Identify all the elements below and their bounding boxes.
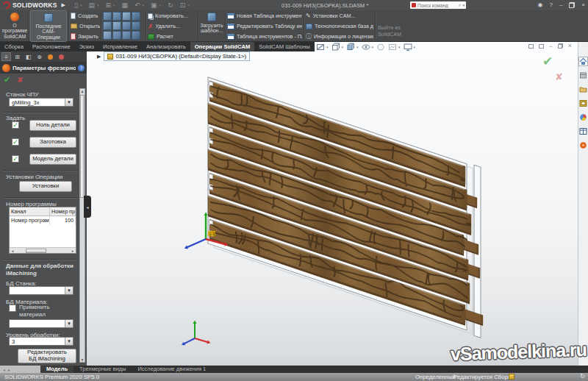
tab-assembly[interactable]: Сборка <box>0 42 28 51</box>
cam-operation-icon[interactable] <box>112 31 121 40</box>
design-library-icon[interactable] <box>578 71 588 80</box>
license-info-button[interactable]: ⓘИнформация о лицензии... <box>306 32 373 41</box>
cam-operation-icon[interactable] <box>122 21 131 30</box>
close-cam-button[interactable]: Закрыть <box>71 32 100 41</box>
calculate-button[interactable]: Расчет <box>148 32 196 41</box>
cam-operation-icon[interactable] <box>103 31 112 40</box>
graphics-area[interactable]: 1-1 ↶ ▾ ▾ ▾ ▾ ▾ ▾ – × ▶ 031-009 НИЗ(СБОР… <box>87 42 578 366</box>
tool-table-params-button[interactable]: Таблица инструментов - Параметры▾ <box>227 32 302 41</box>
panel-ok-icon[interactable]: ✔ <box>4 75 10 85</box>
dropdown-arrow-icon[interactable]: ▼ <box>65 320 73 327</box>
section-view-icon[interactable] <box>316 43 325 51</box>
apply-material-checkbox[interactable]: ✓ <box>9 305 16 312</box>
cam-operation-icon[interactable] <box>112 12 121 21</box>
view-orientation-icon[interactable] <box>331 43 340 51</box>
load-template-button[interactable]: Загрузить шаблон... <box>200 10 223 42</box>
view-settings-icon[interactable] <box>404 43 412 51</box>
cam-operation-icon[interactable] <box>103 21 112 30</box>
cam-operation-icon[interactable] <box>132 31 140 40</box>
scene-svg[interactable]: 1-1 <box>87 42 578 366</box>
doc-pane-icon[interactable] <box>528 44 534 49</box>
tab-evaluate[interactable]: Анализировать <box>142 42 190 51</box>
cam-operation-icon[interactable] <box>112 21 121 30</box>
tool-table-edit-button[interactable]: Редактировать Таблицу инструментов <box>227 21 302 31</box>
display-manager-tab-icon[interactable] <box>46 52 55 61</box>
tab-solidcam-templates[interactable]: SolidCAM Шаблоны <box>254 42 314 51</box>
hide-show-items-icon[interactable] <box>362 43 370 51</box>
home-icon[interactable] <box>578 57 588 66</box>
material-db-dropdown[interactable]: ▼ <box>9 319 74 328</box>
stock-checkbox[interactable]: ✓ <box>12 138 19 146</box>
close-button[interactable]: × <box>581 2 585 8</box>
confirm-cancel-icon[interactable]: ✘ <box>555 71 563 82</box>
delete-button[interactable]: ✗Удалить... <box>148 21 196 31</box>
save-icon[interactable]: ⊞ <box>105 1 111 9</box>
breadcrumb[interactable]: 031-009 НИЗ(СБОРКА) (Default<Display Sta… <box>104 51 250 61</box>
doc-close-button[interactable]: × <box>568 43 572 49</box>
edit-appearance-icon[interactable] <box>376 43 385 51</box>
rebuild-icon[interactable]: ↻ <box>168 1 173 9</box>
new-cam-button[interactable]: Создать▾ <box>71 11 100 21</box>
dropdown-arrow-icon[interactable]: ▼ <box>65 287 73 294</box>
tab-repair[interactable]: Исправление <box>98 42 142 51</box>
model-3d[interactable]: 1-1 <box>87 42 578 366</box>
open-document-icon[interactable]: ▤ <box>88 1 95 9</box>
machine-dropdown[interactable]: gMilling_3x▼ <box>9 98 74 107</box>
command-search[interactable]: ⌕ ▾ <box>410 1 466 9</box>
view-palette-icon[interactable] <box>578 99 588 108</box>
apply-scene-icon[interactable] <box>388 43 397 51</box>
program-number-table[interactable]: Канал Номер пр... Номер программы 100 ◂ … <box>9 207 76 254</box>
search-input[interactable] <box>417 3 457 8</box>
tab-solidcam-operations[interactable]: Операции SolidCAM <box>190 42 255 51</box>
machine-db-dropdown[interactable]: ▼ <box>9 286 74 295</box>
login-icon[interactable]: ◉ <box>537 2 542 8</box>
search-icon[interactable]: ⌕ <box>459 2 462 8</box>
display-style-icon[interactable] <box>346 43 355 51</box>
copy-button[interactable]: Копировать... <box>148 11 196 21</box>
new-document-icon[interactable]: ▯ <box>74 1 78 9</box>
scroll-thumb[interactable] <box>26 249 46 253</box>
print-icon[interactable]: ▦ <box>122 1 129 9</box>
status-rebuild-icon[interactable]: ↻ <box>580 373 585 380</box>
minimize-button[interactable]: – <box>559 2 562 8</box>
dropdown-arrow-icon[interactable]: ▼ <box>65 338 73 345</box>
solidcam-tab-icon[interactable] <box>578 140 588 150</box>
cam-operation-icon[interactable] <box>132 12 140 21</box>
options-icon[interactable]: ⊡ <box>180 1 186 9</box>
settings-button[interactable]: Установки <box>19 181 72 192</box>
table-h-scrollbar[interactable]: ◂ ▸ <box>10 247 76 253</box>
menu-flyout-icon[interactable]: ▶ <box>62 2 65 8</box>
open-cam-button[interactable]: Открыть <box>71 21 100 31</box>
confirm-ok-icon[interactable]: ✔ <box>542 54 553 69</box>
panel-scrollbar[interactable]: ▲ ▼ <box>79 88 85 363</box>
part-zero-button[interactable]: Ноль детали <box>29 120 76 131</box>
target-model-checkbox[interactable]: ✓ <box>12 155 19 163</box>
part-zero-checkbox[interactable]: ✓ <box>12 121 19 129</box>
select-icon[interactable]: ▣ <box>151 1 157 9</box>
cam-manager-tab-icon[interactable] <box>57 52 66 61</box>
scroll-up-icon[interactable]: ▲ <box>80 89 85 93</box>
tab-model[interactable]: Модель <box>40 366 74 373</box>
tool-table-new-button[interactable]: Новая Таблица инструментов▾ <box>227 11 302 21</box>
scroll-down-icon[interactable]: ▼ <box>80 357 85 362</box>
panel-collapse-handle[interactable]: ◂ <box>84 196 91 218</box>
doc-minimize-button[interactable]: – <box>549 43 552 49</box>
dropdown-arrow-icon[interactable]: ▼ <box>65 99 73 106</box>
about-solidcam-button[interactable]: О программе SolidCAM <box>2 10 27 42</box>
recent-cam-operations-button[interactable]: Последние CAM-Операции <box>30 10 67 42</box>
property-manager-tab-icon[interactable]: ⊞ <box>12 52 22 61</box>
exit-solidcam-button[interactable]: Выйти из SolidCAM <box>378 10 409 42</box>
table-row[interactable]: Номер программы 100 <box>10 216 76 225</box>
appearances-icon[interactable] <box>578 113 588 122</box>
scroll-left-icon[interactable]: ◂ <box>10 249 15 253</box>
cam-operation-icon[interactable] <box>103 12 112 21</box>
tab-sketch[interactable]: Эскиз <box>75 42 98 51</box>
search-dropdown-icon[interactable]: ▾ <box>462 3 465 7</box>
edit-imachining-db-button[interactable]: Редактировать БД iMachining <box>18 349 76 363</box>
panel-help-icon[interactable]: ? <box>78 65 85 71</box>
flyout-arrow-icon[interactable]: ▶ <box>97 54 101 60</box>
help-icon[interactable]: ? <box>549 2 552 8</box>
stock-button[interactable]: Заготовка <box>29 137 76 148</box>
tab-motion-study[interactable]: Исследование движения 1 <box>132 366 212 373</box>
panel-scroll-thumb[interactable] <box>80 95 85 198</box>
